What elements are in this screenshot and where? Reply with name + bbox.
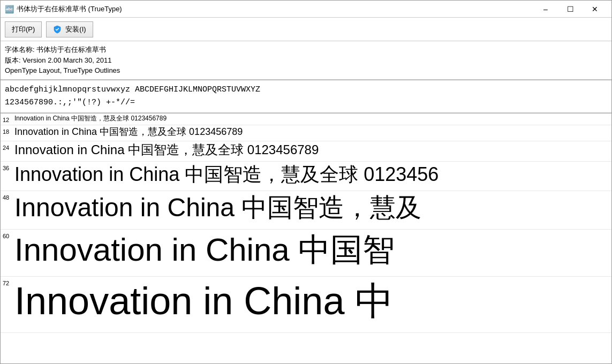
title-bar: 🔤 书体坊于右任标准草书 (TrueType) – ☐ ✕: [1, 1, 611, 18]
install-button[interactable]: 安装(I): [46, 21, 93, 37]
print-label: 打印(P): [12, 25, 35, 34]
font-name: 字体名称: 书体坊于右任标准草书: [5, 44, 607, 55]
font-type: OpenType Layout, TrueType Outlines: [5, 65, 607, 76]
window-title: 书体坊于右任标准草书 (TrueType): [17, 4, 122, 14]
preview-text-36: Innovation in China 中国智造，慧及全球 0123456: [14, 163, 439, 186]
preview-row-48: 48 Innovation in China 中国智造，慧及: [1, 191, 611, 230]
install-label: 安装(I): [65, 25, 86, 34]
charset-line2: 1234567890.:,;'"(!?) +-*//=: [5, 96, 607, 109]
size-label-60: 60: [1, 231, 14, 239]
title-bar-left: 🔤 书体坊于右任标准草书 (TrueType): [5, 4, 122, 14]
size-label-24: 24: [1, 142, 14, 151]
main-window: 🔤 书体坊于右任标准草书 (TrueType) – ☐ ✕ 打印(P) 安装(I…: [0, 0, 612, 364]
size-label-48: 48: [1, 192, 14, 201]
font-preview-area[interactable]: 12 Innovation in China 中国智造，慧及全球 0123456…: [1, 113, 611, 364]
size-label-12: 12: [1, 115, 14, 123]
preview-row-12: 12 Innovation in China 中国智造，慧及全球 0123456…: [1, 113, 611, 125]
shield-icon: [53, 25, 62, 34]
font-info: 字体名称: 书体坊于右任标准草书 版本: Version 2.00 March …: [1, 41, 611, 80]
preview-row-24: 24 Innovation in China 中国智造，慧及全球 0123456…: [1, 141, 611, 162]
title-bar-controls: – ☐ ✕: [533, 1, 607, 18]
font-version: 版本: Version 2.00 March 30, 2011: [5, 55, 607, 66]
preview-row-36: 36 Innovation in China 中国智造，慧及全球 0123456: [1, 162, 611, 191]
preview-text-72: Innovation in China 中: [14, 278, 394, 324]
size-label-36: 36: [1, 163, 14, 171]
minimize-button[interactable]: –: [533, 1, 558, 18]
charset-line1: abcdefghijklmnopqrstuvwxyz ABCDEFGHIJKLM…: [5, 84, 607, 96]
preview-text-18: Innovation in China 中国智造，慧及全球 0123456789: [14, 126, 243, 138]
preview-row-72: 72 Innovation in China 中: [1, 277, 611, 333]
preview-text-24: Innovation in China 中国智造，慧及全球 0123456789: [14, 142, 319, 158]
maximize-button[interactable]: ☐: [558, 1, 583, 18]
print-button[interactable]: 打印(P): [5, 21, 42, 37]
preview-text-60: Innovation in China 中国智: [14, 231, 395, 269]
toolbar: 打印(P) 安装(I): [1, 18, 611, 41]
size-label-72: 72: [1, 278, 14, 286]
preview-row-18: 18 Innovation in China 中国智造，慧及全球 0123456…: [1, 125, 611, 141]
preview-text-48: Innovation in China 中国智造，慧及: [14, 192, 421, 223]
size-label-18: 18: [1, 126, 14, 135]
preview-row-60: 60 Innovation in China 中国智: [1, 230, 611, 277]
charset-preview: abcdefghijklmnopqrstuvwxyz ABCDEFGHIJKLM…: [1, 80, 611, 113]
close-button[interactable]: ✕: [583, 1, 607, 18]
preview-text-12: Innovation in China 中国智造，慧及全球 0123456789: [14, 115, 167, 122]
app-icon: 🔤: [5, 5, 13, 13]
